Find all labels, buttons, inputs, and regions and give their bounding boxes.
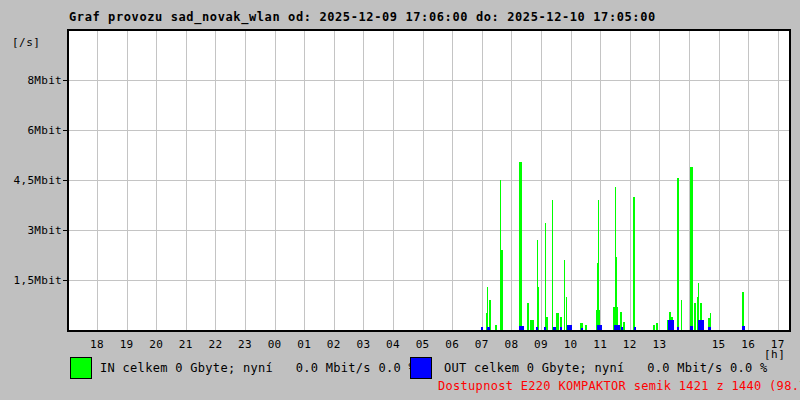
gridline-horizontal [69, 80, 789, 81]
traffic-bar-in [546, 317, 548, 330]
traffic-bar-out [668, 320, 674, 330]
traffic-bar-out [544, 327, 546, 330]
x-axis-tick-label: 21 [171, 338, 201, 351]
x-axis-tick-label: 04 [378, 338, 408, 351]
x-axis-tick-label: 05 [408, 338, 438, 351]
legend-out-swatch [410, 357, 432, 379]
gridline-horizontal [69, 180, 789, 181]
x-axis-tick-label: 19 [112, 338, 142, 351]
x-axis-tick-label: 11 [585, 338, 615, 351]
traffic-bar-out [708, 327, 711, 330]
traffic-bar-out [690, 326, 693, 330]
x-axis-tick-label: 06 [437, 338, 467, 351]
y-axis-tick-label: 1,5Mbit [0, 274, 62, 287]
y-axis-tick-label: 6Mbit [0, 124, 62, 137]
y-axis-tick-mark [63, 230, 68, 231]
availability-status-text: Dostupnost E220 KOMPAKTOR semik 1421 z 1… [438, 379, 800, 393]
traffic-bar-in [501, 250, 503, 330]
traffic-bar-out [677, 327, 679, 330]
traffic-bar-out [536, 327, 538, 330]
x-axis-tick-label: 01 [289, 338, 319, 351]
x-axis-tick-label: 07 [467, 338, 497, 351]
traffic-bar-in [677, 178, 679, 330]
traffic-bar-in [527, 303, 529, 330]
traffic-bar-out [567, 325, 572, 330]
traffic-bar-in [495, 325, 497, 330]
traffic-bar-in [519, 162, 522, 330]
traffic-bar-in [545, 223, 546, 330]
y-axis-tick-mark [63, 80, 68, 81]
traffic-bar-in [598, 200, 599, 330]
x-axis-tick-label: 15 [704, 338, 734, 351]
y-axis-tick-label: 3Mbit [0, 224, 62, 237]
traffic-bar-out [481, 327, 483, 330]
x-axis-tick-label: 22 [200, 338, 230, 351]
x-axis-tick-label: 16 [733, 338, 763, 351]
traffic-bar-in [633, 197, 635, 330]
x-axis-tick-label: 20 [141, 338, 171, 351]
traffic-bar-out [634, 327, 636, 330]
legend-out-label: OUT celkem 0 Gbyte; nyní 0.0 Mbit/s 0.0 … [444, 361, 768, 375]
traffic-bar-out [742, 326, 745, 330]
legend-in-swatch [70, 357, 92, 379]
legend-in-label: IN celkem 0 Gbyte; nyní 0.0 Mbit/s 0.0 % [100, 361, 416, 375]
traffic-bar-in [556, 313, 559, 330]
gridline-horizontal [69, 130, 789, 131]
page-title: Graf provozu sad_novak_wlan od: 2025-12-… [69, 10, 656, 24]
x-axis-tick-label: 10 [556, 338, 586, 351]
x-axis-tick-label: 09 [526, 338, 556, 351]
traffic-bar-in [616, 257, 617, 330]
gridline-horizontal [69, 280, 789, 281]
traffic-bar-out [553, 327, 556, 330]
traffic-bar-out [519, 326, 524, 330]
traffic-bar-out [597, 325, 602, 330]
traffic-bar-out [560, 327, 562, 330]
x-axis-unit-label: [h] [764, 348, 785, 361]
traffic-bar-in [694, 303, 696, 330]
gridline-horizontal [69, 230, 789, 231]
traffic-bar-in [742, 292, 744, 330]
plot-area [67, 29, 791, 332]
x-axis-tick-label: 08 [496, 338, 526, 351]
traffic-bar-in [530, 320, 534, 330]
traffic-bar-in [585, 325, 587, 330]
y-axis-tick-label: 8Mbit [0, 74, 62, 87]
y-axis-tick-mark [63, 280, 68, 281]
y-axis-tick-label: 4,5Mbit [0, 174, 62, 187]
traffic-bar-out [698, 320, 704, 330]
traffic-bar-out [581, 328, 583, 330]
traffic-bar-in [656, 323, 658, 330]
traffic-bar-out [487, 327, 490, 330]
traffic-bar-out [621, 327, 623, 330]
x-axis-tick-label: 12 [615, 338, 645, 351]
x-axis-tick-label: 13 [644, 338, 674, 351]
x-axis-tick-label: 23 [230, 338, 260, 351]
x-axis-tick-label: 02 [319, 338, 349, 351]
y-axis-tick-mark [63, 130, 68, 131]
traffic-bar-in [690, 167, 693, 330]
traffic-bar-in [653, 325, 655, 330]
traffic-bar-in [564, 260, 565, 330]
x-axis-tick-label: 18 [82, 338, 112, 351]
x-axis-tick-label: 03 [348, 338, 378, 351]
traffic-bar-out [614, 325, 620, 330]
traffic-bar-in [487, 287, 488, 330]
y-axis-tick-mark [63, 180, 68, 181]
traffic-bar-in [681, 300, 682, 330]
traffic-bar-in [538, 287, 539, 330]
traffic-bar-in [489, 300, 491, 330]
x-axis-tick-label: 00 [260, 338, 290, 351]
traffic-bar-in [552, 200, 553, 330]
y-axis-unit-label: [/s] [12, 36, 41, 49]
traffic-bar-in [623, 322, 625, 330]
